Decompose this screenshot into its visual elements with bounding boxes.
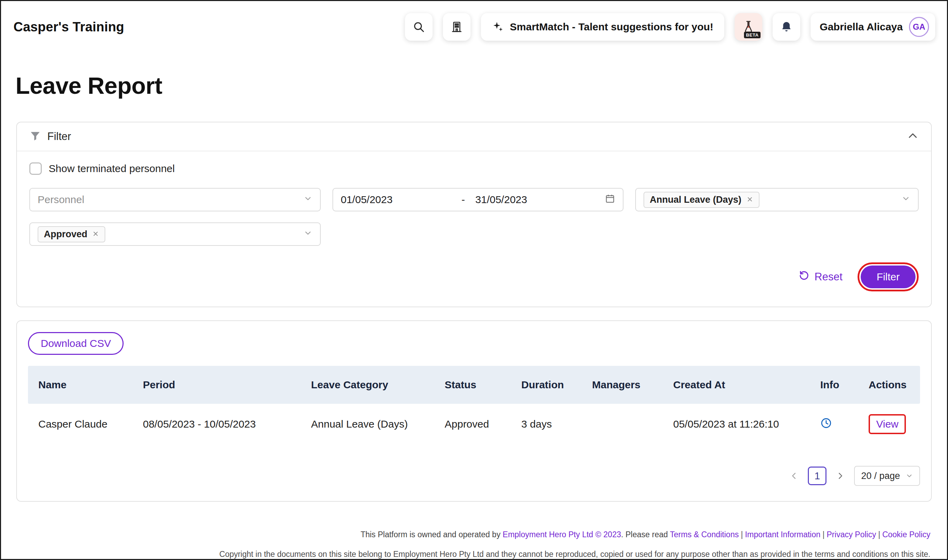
download-csv-button[interactable]: Download CSV [28, 332, 124, 355]
avatar: GA [909, 17, 929, 37]
footer-mid: . Please read [621, 530, 670, 539]
cell-leave-category: Annual Leave (Days) [301, 418, 434, 430]
user-name: Gabriella Alicaya [820, 21, 903, 33]
personnel-select[interactable]: Personnel [29, 188, 321, 211]
show-terminated-checkbox[interactable] [29, 162, 42, 175]
app-title: Casper's Training [14, 20, 124, 34]
filter-body: Show terminated personnel Personnel 01/0… [17, 151, 931, 306]
calendar-icon [605, 194, 615, 206]
column-header-name: Name [28, 379, 133, 391]
topbar-actions: SmartMatch - Talent suggestions for you!… [405, 13, 935, 41]
footer: This Platform is owned and operated by E… [1, 529, 930, 560]
previous-page-icon[interactable] [787, 469, 801, 483]
clock-info-icon[interactable] [820, 420, 832, 431]
show-terminated-label: Show terminated personnel [49, 163, 175, 174]
search-button[interactable] [405, 13, 432, 41]
leave-category-select[interactable]: Annual Leave (Days) [635, 188, 919, 211]
bell-icon [780, 21, 793, 33]
footer-separator: | [878, 530, 880, 539]
reset-label: Reset [814, 271, 842, 283]
table-header-row: Name Period Leave Category Status Durati… [28, 366, 920, 404]
pagination: 1 20 / page [28, 466, 920, 486]
footer-company-link[interactable]: Employment Hero Pty Ltd © 2023 [503, 530, 621, 539]
cell-status: Approved [434, 418, 511, 430]
footer-separator: | [823, 530, 825, 539]
results-card: Download CSV Name Period Leave Category … [16, 320, 932, 502]
column-header-period: Period [133, 379, 301, 391]
beta-badge: BETA [744, 32, 761, 38]
cell-actions: View [858, 414, 920, 434]
table-row: Casper Claude 08/05/2023 - 10/05/2023 An… [28, 404, 920, 445]
cell-period: 08/05/2023 - 10/05/2023 [133, 418, 301, 430]
leave-category-tag-label: Annual Leave (Days) [650, 194, 741, 205]
page-size-value: 20 / page [861, 471, 900, 482]
footer-line1: This Platform is owned and operated by E… [1, 529, 930, 541]
sparkle-icon [492, 21, 504, 33]
status-select[interactable]: Approved [29, 222, 321, 246]
column-header-managers: Managers [582, 379, 663, 391]
filter-actions: Reset Filter [29, 262, 919, 291]
topbar: Casper's Training [1, 1, 947, 53]
next-page-icon[interactable] [834, 469, 847, 483]
search-icon [412, 21, 425, 33]
show-terminated-checkbox-row[interactable]: Show terminated personnel [29, 162, 175, 175]
chevron-down-icon [303, 228, 312, 240]
filter-card-header[interactable]: Filter [17, 122, 931, 151]
date-from-value[interactable]: 01/05/2023 [341, 194, 462, 206]
footer-prefix: This Platform is owned and operated by [360, 530, 503, 539]
date-range-separator: - [462, 194, 465, 206]
status-tag: Approved [38, 226, 105, 242]
labs-button[interactable]: BETA [735, 13, 762, 41]
building-icon [451, 21, 463, 33]
footer-link-cookie-policy[interactable]: Cookie Policy [882, 530, 930, 539]
column-header-leave-category: Leave Category [301, 379, 434, 391]
current-page[interactable]: 1 [808, 466, 826, 485]
filter-submit-button[interactable]: Filter [861, 266, 916, 288]
column-header-duration: Duration [511, 379, 582, 391]
user-profile-button[interactable]: Gabriella Alicaya GA [811, 13, 935, 41]
footer-link-terms[interactable]: Terms & Conditions [670, 530, 739, 539]
reset-icon [798, 270, 809, 284]
view-link[interactable]: View [876, 418, 898, 430]
smartmatch-button[interactable]: SmartMatch - Talent suggestions for you! [481, 13, 725, 41]
date-range-picker[interactable]: 01/05/2023 - 31/05/2023 [332, 188, 624, 211]
column-header-created-at: Created At [663, 379, 810, 391]
date-to-value[interactable]: 31/05/2023 [476, 194, 527, 206]
filter-row-2: Approved [29, 222, 919, 246]
funnel-icon [29, 130, 41, 143]
cell-info [810, 417, 858, 431]
smartmatch-label: SmartMatch - Talent suggestions for you! [510, 21, 713, 33]
page-title: Leave Report [15, 72, 947, 99]
notifications-button[interactable] [773, 13, 800, 41]
chevron-down-icon [906, 472, 913, 480]
cell-created-at: 05/05/2023 at 11:26:10 [663, 418, 810, 430]
tag-close-icon[interactable] [92, 229, 99, 240]
page-size-select[interactable]: 20 / page [854, 466, 920, 486]
organisation-button[interactable] [443, 13, 471, 41]
leave-report-page: Casper's Training [0, 0, 948, 560]
cell-name: Casper Claude [28, 418, 133, 430]
cell-duration: 3 days [511, 418, 582, 430]
filter-card: Filter Show terminated personnel Personn… [16, 122, 932, 307]
chevron-down-icon [902, 194, 910, 206]
footer-link-important-information[interactable]: Important Information [745, 530, 821, 539]
tag-close-icon[interactable] [746, 194, 753, 205]
filter-card-title: Filter [47, 130, 71, 143]
footer-separator: | [741, 530, 743, 539]
leave-category-tag: Annual Leave (Days) [644, 192, 760, 208]
status-tag-label: Approved [44, 229, 87, 240]
column-header-actions: Actions [858, 379, 920, 391]
annotation-highlight-view: View [869, 414, 906, 434]
footer-line2: Copyright in the documents on this site … [1, 548, 930, 560]
filter-row-1: Personnel 01/05/2023 - 31/05/2023 [29, 188, 919, 211]
column-header-status: Status [434, 379, 511, 391]
reset-button[interactable]: Reset [798, 270, 842, 284]
column-header-info: Info [810, 379, 858, 391]
annotation-highlight-filter: Filter [858, 262, 919, 291]
collapse-chevron-up-icon[interactable] [907, 130, 919, 143]
personnel-placeholder: Personnel [38, 194, 84, 206]
chevron-down-icon [303, 194, 312, 206]
footer-link-privacy-policy[interactable]: Privacy Policy [827, 530, 876, 539]
